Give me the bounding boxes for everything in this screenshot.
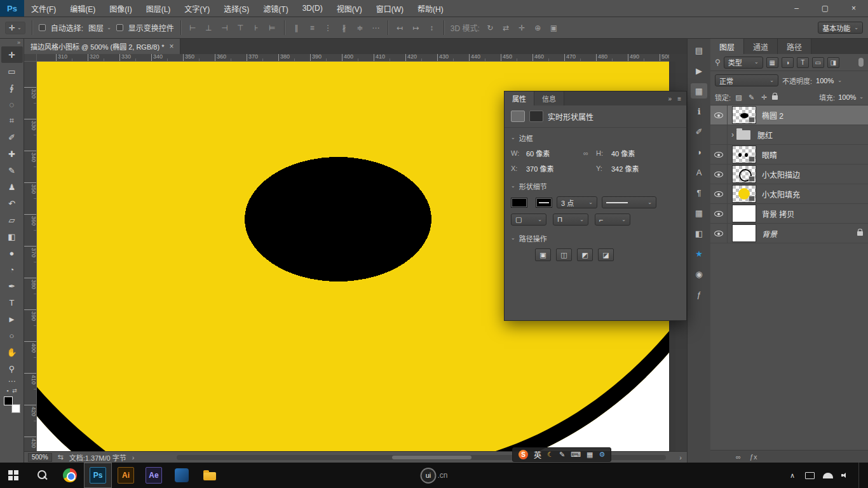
layer-name[interactable]: 椭圆 2 (762, 110, 863, 121)
pen-tool[interactable]: ✒ (1, 278, 23, 294)
history-brush-tool[interactable]: ↶ (1, 195, 23, 212)
rectangular-marquee-tool[interactable]: ▭ (1, 63, 23, 79)
edit-toolbar-icon[interactable]: ⋯ (8, 377, 16, 387)
blend-mode-dropdown[interactable]: 正常⌄ (715, 74, 778, 86)
auto-select-target-dropdown[interactable]: 图层⌄ (88, 22, 111, 33)
file-explorer-icon[interactable] (196, 463, 224, 488)
stroke-option-dropdown[interactable]: ⊓⌄ (553, 214, 588, 226)
layer-visibility-toggle[interactable] (710, 204, 728, 223)
menu-item[interactable]: 编辑(E) (63, 0, 102, 17)
blue-app-icon[interactable] (168, 463, 196, 488)
layer-visibility-toggle[interactable] (710, 165, 728, 184)
filter-kind-icon[interactable]: ◑ (782, 57, 794, 68)
distribute-icon[interactable]: ⋯ (370, 24, 381, 32)
stroke-width-dropdown[interactable]: 3 点⌄ (557, 196, 597, 208)
flow-icon[interactable]: ⇆ (58, 453, 64, 461)
align-icon[interactable]: ⊤ (235, 24, 246, 32)
ime-moon-icon[interactable]: ☾ (547, 451, 553, 459)
scroll-right-icon[interactable]: › (679, 454, 682, 461)
ellipse-tool[interactable]: ○ (1, 327, 23, 344)
section-collapse-icon[interactable]: ⌄ (511, 236, 515, 241)
lock-option-icon[interactable]: ▨ (734, 93, 743, 102)
display-icon[interactable] (805, 472, 815, 479)
layer-name[interactable]: 小太阳填充 (762, 189, 863, 200)
character-panel-icon[interactable]: A (691, 165, 707, 180)
tab-paths[interactable]: 路径 (778, 39, 811, 54)
menu-item[interactable]: 视图(V) (330, 0, 369, 17)
layer-name[interactable]: 背景 拷贝 (762, 208, 863, 219)
after-effects-taskbar-icon[interactable]: Ae (140, 463, 168, 488)
ruler-origin-corner[interactable] (24, 54, 37, 62)
link-dimensions-icon[interactable]: ∞ (578, 149, 593, 157)
menu-item[interactable]: 文字(Y) (177, 0, 217, 17)
restore-button[interactable]: ▢ (811, 0, 839, 17)
dodge-tool[interactable]: ◔ (1, 261, 23, 278)
fill-value[interactable]: 100% (838, 93, 856, 101)
x-field[interactable]: 370 像素 (526, 163, 576, 173)
spacing-icon[interactable]: ↕ (426, 24, 437, 32)
quick-selection-tool[interactable]: ◌ (1, 96, 23, 112)
layer-visibility-toggle[interactable] (710, 105, 728, 125)
path-operation-button[interactable]: ▣ (535, 248, 551, 261)
layer-name[interactable]: 背景 (762, 228, 857, 239)
move-tool[interactable]: ✛ (1, 46, 23, 63)
layer-thumbnail[interactable] (732, 205, 756, 222)
opacity-value[interactable]: 100% (816, 77, 834, 85)
menu-item[interactable]: 3D(D) (295, 0, 330, 17)
layer-name[interactable]: 眼睛 (762, 149, 863, 160)
chrome-icon[interactable] (56, 463, 84, 488)
layer-visibility-toggle[interactable] (710, 184, 728, 203)
ime-board-icon[interactable]: ▦ (587, 451, 593, 459)
eraser-tool[interactable]: ▱ (1, 212, 23, 228)
shape-layer-icon[interactable] (511, 111, 525, 122)
filter-kind-icon[interactable]: T (797, 57, 809, 68)
layer-visibility-toggle[interactable] (710, 224, 728, 243)
tab-close-icon[interactable]: × (169, 42, 173, 51)
background-color-swatch[interactable] (11, 404, 20, 413)
filter-kind-icon[interactable]: ◨ (827, 57, 839, 68)
tab-channels[interactable]: 通道 (744, 39, 778, 54)
color-panel-icon[interactable]: ✐ (691, 124, 707, 139)
history-panel-icon[interactable]: ▤ (691, 43, 707, 58)
horizontal-scrollbar-thumb[interactable] (392, 456, 471, 459)
actions-panel-icon[interactable]: ▶ (691, 63, 707, 78)
spot-healing-brush-tool[interactable]: ✚ (1, 146, 23, 162)
layer-thumbnail[interactable] (732, 185, 756, 203)
spacing-icon[interactable]: ↤ (395, 24, 405, 32)
document-tab[interactable]: 描边风格小图标 @ 500% (椭圆 2, RGB/8) * × (24, 39, 180, 54)
patterns-panel-icon[interactable]: ▦ (691, 205, 707, 220)
gradients-panel-icon[interactable]: ◧ (691, 226, 707, 241)
distribute-icon[interactable]: ∦ (339, 24, 349, 32)
layer-row[interactable]: › 背景 拷贝 (710, 204, 868, 224)
eye-ellipse-shape[interactable] (245, 157, 431, 281)
mode-3d-icon[interactable]: ✛ (517, 24, 527, 32)
layer-row[interactable]: › 小太阳填充 (710, 184, 868, 204)
path-operation-button[interactable]: ◪ (598, 248, 614, 261)
workspace-switcher-dropdown[interactable]: 基本功能⌄ (818, 22, 863, 34)
distribute-icon[interactable]: ≡ (307, 24, 318, 32)
layer-name[interactable]: 腮红 (757, 130, 863, 140)
libraries-panel-icon[interactable]: ★ (691, 246, 707, 261)
layer-row[interactable]: › 小太阳描边 (710, 165, 868, 184)
layer-thumbnail[interactable] (732, 146, 756, 163)
mode-3d-icon[interactable]: ▣ (548, 24, 559, 32)
layer-name[interactable]: 小太阳描边 (762, 169, 863, 180)
path-selection-tool[interactable]: ► (1, 311, 23, 327)
search-button[interactable] (28, 463, 56, 488)
layer-row[interactable]: › 背景 (710, 224, 868, 243)
paragraph-panel-icon[interactable]: ¶ (691, 185, 707, 200)
layer-row[interactable]: › 椭圆 2 (710, 105, 868, 125)
layer-row[interactable]: › 眼睛 (710, 145, 868, 165)
layer-row[interactable]: › 腮红 (710, 125, 868, 145)
tab-info[interactable]: 信息 (534, 92, 564, 105)
align-icon[interactable]: ⊢ (187, 24, 198, 32)
stroke-color-swatch[interactable] (536, 198, 552, 208)
layer-filter-toggle[interactable] (858, 58, 864, 67)
spacing-icon[interactable]: ↦ (410, 24, 421, 32)
mode-3d-icon[interactable]: ⇄ (501, 24, 512, 32)
distribute-icon[interactable]: ⋮ (323, 24, 334, 32)
chevron-down-icon[interactable]: ⌄ (859, 95, 864, 100)
crop-tool[interactable]: ⌗ (1, 112, 23, 129)
auto-select-checkbox[interactable] (39, 24, 46, 31)
layer-visibility-toggle[interactable] (710, 125, 728, 144)
